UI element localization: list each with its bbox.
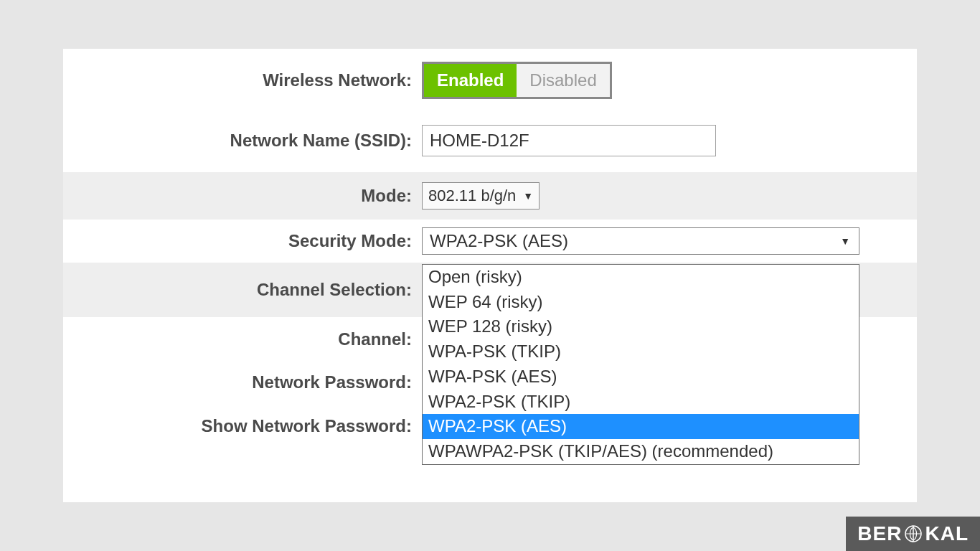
security-mode-value: WPA2-PSK (AES) <box>430 231 568 251</box>
label-network-password: Network Password: <box>63 372 422 392</box>
security-option[interactable]: WPA2-PSK (AES) <box>423 414 859 439</box>
row-ssid: Network Name (SSID): <box>63 108 917 165</box>
label-wireless-network: Wireless Network: <box>63 70 422 90</box>
watermark-post: KAL <box>925 522 969 545</box>
brain-icon <box>905 525 922 542</box>
security-option[interactable]: WEP 64 (risky) <box>423 290 859 315</box>
security-option[interactable]: Open (risky) <box>423 265 859 290</box>
watermark: BER KAL <box>846 517 980 551</box>
label-security-mode: Security Mode: <box>63 231 422 251</box>
security-option[interactable]: WPA2-PSK (TKIP) <box>423 390 859 415</box>
label-channel: Channel: <box>63 329 422 349</box>
security-option[interactable]: WPAWPA2-PSK (TKIP/AES) (recommended) <box>423 439 859 464</box>
row-mode: Mode: 802.11 b/g/n ▼ <box>63 172 917 220</box>
label-channel-selection: Channel Selection: <box>63 280 422 300</box>
security-option[interactable]: WPA-PSK (TKIP) <box>423 339 859 364</box>
wireless-disabled-button[interactable]: Disabled <box>517 64 609 97</box>
chevron-down-icon: ▼ <box>523 190 533 202</box>
mode-select[interactable]: 802.11 b/g/n ▼ <box>422 182 540 209</box>
wireless-settings-panel: Wireless Network: Enabled Disabled Netwo… <box>63 49 917 502</box>
label-show-password: Show Network Password: <box>63 416 422 436</box>
label-mode: Mode: <box>63 186 422 206</box>
wireless-enabled-button[interactable]: Enabled <box>424 64 517 97</box>
security-mode-select[interactable]: WPA2-PSK (AES) ▼ <box>422 227 859 255</box>
row-wireless-network: Wireless Network: Enabled Disabled <box>63 49 917 108</box>
row-security-mode: Security Mode: WPA2-PSK (AES) ▼ <box>63 220 917 263</box>
mode-select-value: 802.11 b/g/n <box>428 187 516 205</box>
security-option[interactable]: WPA-PSK (AES) <box>423 364 859 390</box>
label-ssid: Network Name (SSID): <box>63 131 422 151</box>
security-mode-dropdown[interactable]: Open (risky)WEP 64 (risky)WEP 128 (risky… <box>422 264 859 465</box>
chevron-down-icon: ▼ <box>840 235 850 247</box>
ssid-input[interactable] <box>422 125 716 156</box>
wireless-toggle: Enabled Disabled <box>422 62 612 99</box>
watermark-pre: BER <box>857 522 902 545</box>
security-option[interactable]: WEP 128 (risky) <box>423 314 859 339</box>
